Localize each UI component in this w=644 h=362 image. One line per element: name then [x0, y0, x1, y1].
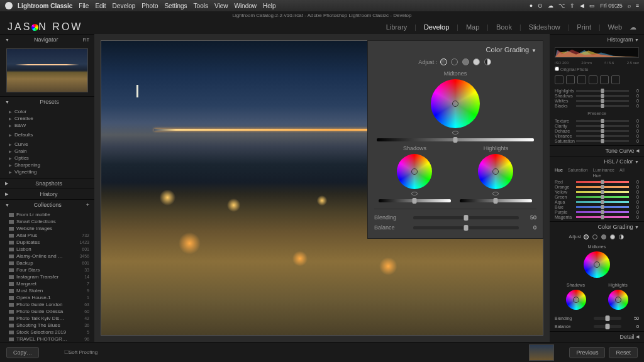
menu-settings[interactable]: Settings: [164, 3, 187, 9]
hsl-header[interactable]: HSL / Color ▼: [550, 156, 644, 167]
collection-item[interactable]: Most Stolen9: [9, 287, 89, 294]
menu-edit[interactable]: Edit: [95, 3, 106, 9]
hsl-tab-sat[interactable]: Saturation: [568, 168, 588, 172]
collection-item[interactable]: Website Images: [9, 225, 89, 232]
slider[interactable]: [576, 206, 629, 208]
balance-slider[interactable]: [413, 226, 519, 229]
menu-photo[interactable]: Photo: [142, 3, 158, 9]
volume-icon[interactable]: ◀: [580, 3, 584, 9]
highlights-luminance-slider[interactable]: [460, 199, 533, 202]
collections-header[interactable]: ▼Collections+: [0, 199, 94, 210]
mini-blending-slider[interactable]: [594, 317, 621, 320]
module-print[interactable]: Print: [577, 23, 591, 31]
slider[interactable]: [576, 95, 629, 97]
filmstrip-thumb[interactable]: [529, 344, 554, 361]
spot-tool-icon[interactable]: [566, 75, 575, 84]
radial-tool-icon[interactable]: [600, 75, 609, 84]
collection-item[interactable]: Shooting The Blues36: [9, 322, 89, 329]
slider[interactable]: [576, 90, 629, 92]
preset-defaults[interactable]: ▶Defaults: [9, 131, 89, 138]
blending-slider[interactable]: [413, 216, 519, 219]
module-library[interactable]: Library: [386, 23, 408, 31]
bluetooth-icon[interactable]: ⌥: [558, 3, 565, 9]
collection-item[interactable]: Altai Plus732: [9, 232, 89, 239]
midtones-wheel[interactable]: [431, 79, 480, 128]
slider[interactable]: [576, 191, 629, 193]
history-header[interactable]: ▶History: [0, 189, 94, 199]
navigator-header[interactable]: ▼Navigator FIT: [0, 34, 94, 45]
collection-item[interactable]: From Lr mobile: [9, 211, 89, 218]
colorgrading-header-right[interactable]: Color Grading ▼: [550, 221, 644, 232]
collection-item[interactable]: Duplicates1423: [9, 239, 89, 246]
preset-group[interactable]: ▶Creative: [9, 115, 89, 122]
collection-item[interactable]: Smart Collections: [9, 218, 89, 225]
preset-user[interactable]: ▶Grain: [9, 148, 89, 155]
adjust-3way-icon[interactable]: [440, 58, 447, 65]
slider[interactable]: [576, 140, 629, 142]
shadows-wheel[interactable]: [397, 154, 432, 189]
search-icon[interactable]: ⌕: [628, 3, 631, 9]
hsl-tab-all[interactable]: All: [619, 168, 625, 172]
hsl-tab-hue[interactable]: Hue: [555, 168, 563, 172]
highlights-wheel[interactable]: [478, 154, 513, 189]
snapshots-header[interactable]: ▶Snapshots: [0, 178, 94, 189]
shadows-luminance-slider[interactable]: [379, 199, 452, 202]
slider[interactable]: [576, 120, 629, 122]
slider[interactable]: [576, 105, 629, 107]
collection-item[interactable]: Opera House-11: [9, 294, 89, 301]
status-icon[interactable]: ●: [530, 3, 533, 9]
module-web[interactable]: Web: [608, 23, 622, 31]
hsl-tab-lum[interactable]: Luminance: [593, 168, 614, 172]
adjust-global-icon[interactable]: [484, 58, 491, 65]
mini-adjust-shadows-icon[interactable]: [592, 234, 597, 239]
preset-group[interactable]: ▶Color: [9, 108, 89, 115]
slider[interactable]: [576, 181, 629, 183]
midtones-toggle-icon[interactable]: [452, 131, 458, 134]
collection-item[interactable]: Photo Guide London63: [9, 301, 89, 308]
collection-item[interactable]: Four Stars33: [9, 266, 89, 273]
collection-item[interactable]: Photo Talk Kyiv Dis…42: [9, 315, 89, 322]
collection-item[interactable]: Margaret7: [9, 280, 89, 287]
slider[interactable]: [576, 196, 629, 198]
collection-item[interactable]: Photo Guide Odessa60: [9, 308, 89, 315]
wifi-icon[interactable]: ⇪: [570, 3, 575, 9]
mini-adjust-mid-icon[interactable]: [601, 234, 606, 239]
menu-view[interactable]: View: [214, 3, 228, 9]
collection-item[interactable]: TRAVEL PHOTOGR…96: [9, 336, 89, 342]
detail-header[interactable]: Detail ◀: [550, 331, 644, 342]
preset-user[interactable]: ▶Sharpening: [9, 162, 89, 168]
apple-logo-icon[interactable]: [5, 2, 13, 9]
mini-adjust-global-icon[interactable]: [619, 234, 624, 239]
brush-tool-icon[interactable]: [611, 75, 620, 84]
status-icon[interactable]: ⊙: [538, 3, 543, 9]
redeye-tool-icon[interactable]: [577, 75, 586, 84]
module-slideshow[interactable]: Slideshow: [529, 23, 560, 31]
histogram-header[interactable]: Histogram ▼: [550, 34, 644, 45]
slider[interactable]: [576, 211, 629, 213]
navigator-thumbnail[interactable]: [6, 48, 88, 92]
preset-user[interactable]: ▶Optics: [9, 155, 89, 162]
preset-user[interactable]: ▶Curve: [9, 141, 89, 148]
collection-item[interactable]: Instagram Transfer14: [9, 273, 89, 280]
mini-balance-slider[interactable]: [594, 325, 621, 328]
cloud-sync-icon[interactable]: ☁: [630, 23, 636, 31]
preset-user[interactable]: ▶Vignetting: [9, 168, 89, 175]
collection-item[interactable]: Stock Selections 20195: [9, 329, 89, 336]
presets-header[interactable]: ▼Presets: [0, 96, 94, 107]
app-name[interactable]: Lightroom Classic: [18, 3, 72, 9]
status-icon[interactable]: ☁: [548, 3, 553, 9]
crop-tool-icon[interactable]: [555, 75, 564, 84]
collection-item[interactable]: Lisbon601: [9, 246, 89, 253]
slider[interactable]: [576, 201, 629, 203]
menu-help[interactable]: Help: [263, 3, 276, 9]
soft-proofing-toggle[interactable]: Soft Proofing: [69, 349, 97, 355]
clock[interactable]: Fri 09:25: [600, 3, 623, 9]
panel-title[interactable]: Color Grading▼: [374, 46, 536, 58]
slider[interactable]: [576, 135, 629, 137]
mini-adjust-hi-icon[interactable]: [610, 234, 615, 239]
mini-highlights-wheel[interactable]: [608, 290, 628, 310]
module-develop[interactable]: Develop: [424, 23, 449, 31]
menu-icon[interactable]: ≡: [636, 3, 639, 9]
gradient-tool-icon[interactable]: [589, 75, 597, 84]
menu-window[interactable]: Window: [234, 3, 257, 9]
